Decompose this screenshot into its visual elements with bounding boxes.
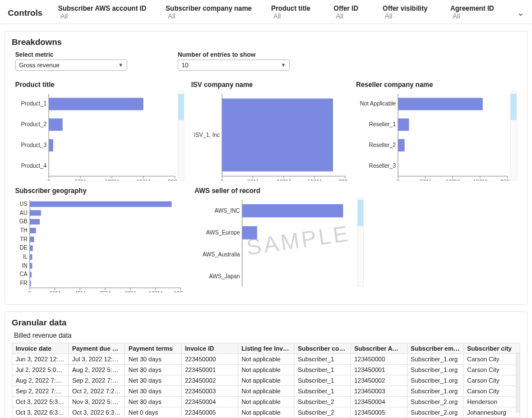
entries-select[interactable]: 10 ▼ [178,59,290,71]
filter-agreement-id[interactable]: Agreement ID All [450,4,501,20]
table-column-header[interactable]: Invoice date [12,343,69,354]
chart-product-svg[interactable]: Product_1Product_2Product_3Product_4050M… [15,91,178,181]
table-column-header[interactable]: Subscriber company name [294,343,351,354]
table-cell: Not applicable [238,365,294,375]
chart-tick-label: 80M [125,291,136,292]
chart-category-label: DE [20,245,27,251]
table-cell: Johannesburg [464,407,520,418]
filter-label: Subscriber company name [166,4,252,12]
filter-offer-id[interactable]: Offer ID All [334,4,367,20]
table-column-header[interactable]: Listing fee Invoice ID [238,343,294,354]
chart-geo-svg[interactable]: USAUGBTHTRDEILINCAFR020M40M60M80M100M120… [15,197,183,292]
table-column-header[interactable]: Subscriber city [464,343,520,354]
table-cell: Jul 3, 2022 12:12am [68,354,125,365]
table-cell: Subscriber_1.org [407,386,464,397]
chart-category-label: Reseller_1 [369,121,396,127]
billed-revenue-table[interactable]: Invoice datePayment due datePayment term… [12,343,520,418]
chart-bar[interactable] [30,237,34,242]
chart-scrollbar[interactable] [178,91,184,181]
table-column-header[interactable]: Subscriber email domain [407,343,464,354]
chart-scrollbar[interactable] [510,91,517,181]
chart-bar[interactable] [30,263,32,269]
table-column-header[interactable]: Invoice ID [181,343,238,354]
filter-value: All [61,12,68,20]
table-row[interactable]: Sep 2, 2022 7:20pmOct 2, 2022 7:20pmNet … [12,386,520,397]
chart-bar[interactable] [242,204,343,218]
chart-bar[interactable] [49,118,63,131]
table-cell: 223450000 [181,354,238,365]
table-cell: Subscriber_1 [294,375,351,386]
filter-value: All [385,12,392,20]
chart-tick-label: 20M [49,291,60,292]
chart-category-label: Product_4 [21,163,47,169]
filter-offer-visibility[interactable]: Offer visibility All [383,4,435,20]
chevron-down-icon[interactable]: ⌄ [517,7,524,18]
chart-aws-seller: AWS seller of record AWS_INCAWS_EuropeAW… [191,185,371,296]
chevron-down-icon: ▼ [281,62,286,68]
chart-bar[interactable] [30,272,31,277]
chart-bar[interactable] [49,139,53,151]
chart-tick-label: 200M [338,179,348,181]
table-cell: Net 30 days [125,386,182,397]
chart-category-label: Not Applicable [360,100,396,107]
chart-tick-label: 150M [136,179,150,181]
table-column-header[interactable]: Payment due date [68,343,125,354]
chart-category-label: Product_1 [21,100,47,107]
chart-bar[interactable] [30,210,41,216]
chart-reseller-svg[interactable]: Not ApplicableReseller_1Reseller_2Resell… [356,91,510,181]
chart-bar[interactable] [30,281,31,286]
table-column-header[interactable]: Subscriber AWS account ID [350,343,407,354]
table-cell: Subscriber_1.org [407,365,464,375]
table-row[interactable]: Oct 3, 2022 6:30pmOct 3, 2022 6:30pmNet … [12,407,520,418]
chevron-down-icon: ▼ [118,62,123,68]
chart-bar[interactable] [30,254,32,260]
chart-isv-svg[interactable]: ISV_1, Inc050M100M150M200M [191,91,348,181]
table-column-header[interactable]: Payment terms [125,343,182,354]
chart-bar[interactable] [242,226,257,240]
chart-bar[interactable] [49,98,144,110]
table-cell: Subscriber_1 [294,354,351,365]
chart-tick-label: 200M [168,179,178,181]
entries-label: Number of entries to show [178,51,290,58]
table-vertical-scrollbar[interactable] [516,353,520,412]
chart-bar[interactable] [30,228,36,233]
table-cell: Not applicable [238,375,294,386]
controls-bar: Controls Subscriber AWS account ID All S… [0,0,532,24]
chart-bar[interactable] [30,201,172,207]
chart-tick-label: 0 [47,179,50,181]
filter-subscriber-company[interactable]: Subscriber company name All [166,4,256,20]
table-row[interactable]: Aug 2, 2022 7:20pmSep 2, 2022 7:20pmNet … [12,375,520,386]
chart-tick-label: 150M [307,179,321,181]
filter-product-title[interactable]: Product title All [271,4,318,20]
table-row[interactable]: Jul 2, 2022 5:06pmAug 2, 2022 5:06pmNet … [12,365,520,375]
chart-seller-svg[interactable]: AWS_INCAWS_EuropeAWS_AustraliaAWS_Japan0… [195,197,357,287]
table-cell: Henderson [464,397,520,407]
chart-tick-label: 100M [149,291,163,292]
chart-bar[interactable] [398,98,483,110]
table-row[interactable]: Oct 3, 2022 5:30amNov 3, 2022 5:30amNet … [12,397,520,407]
filter-label: Offer visibility [383,4,428,12]
chart-row-1: Product title Product_1Product_2Product_… [12,79,520,185]
chart-category-label: Reseller_2 [369,142,396,148]
chart-bar[interactable] [222,99,333,172]
table-cell: Carson City [464,375,520,386]
chart-tick-label: 50M [75,179,86,181]
granular-title: Granular data [12,318,520,327]
table-cell: Net 30 days [125,365,182,375]
filter-subscriber-account[interactable]: Subscriber AWS account ID All [58,4,150,20]
chart-bar[interactable] [398,139,405,151]
filter-value: All [274,12,281,20]
chart-bar[interactable] [30,245,33,251]
table-row[interactable]: Jun 3, 2022 12:12amJul 3, 2022 12:12amNe… [12,354,520,365]
chart-bar[interactable] [30,219,40,224]
table-cell: 123450001 [350,365,407,375]
chart-tick-label: 40M [75,291,85,292]
chart-tick-label: 120M [173,291,183,292]
chart-scrollbar[interactable] [357,197,364,287]
chart-tick-label: 150M [473,179,487,181]
chart-category-label: AWS_INC [215,208,240,214]
table-cell: 123450002 [350,375,407,386]
chart-bar[interactable] [398,118,409,131]
table-cell: 223450001 [181,365,238,375]
metric-select[interactable]: Gross revenue ▼ [15,59,127,71]
